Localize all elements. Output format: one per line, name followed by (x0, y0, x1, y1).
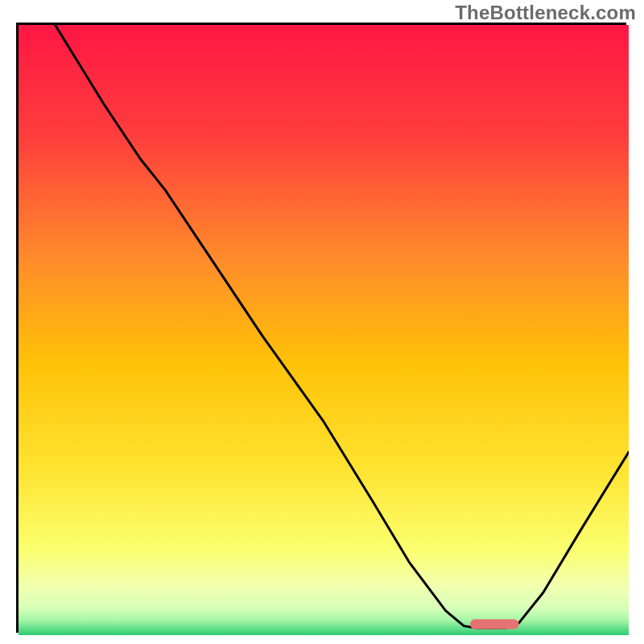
chart-svg (19, 25, 629, 635)
optimal-marker (470, 619, 519, 629)
gradient-background (19, 25, 629, 635)
watermark-text: TheBottleneck.com (455, 2, 636, 24)
plot-area (16, 23, 626, 633)
chart-wrap: TheBottleneck.com (0, 0, 644, 644)
